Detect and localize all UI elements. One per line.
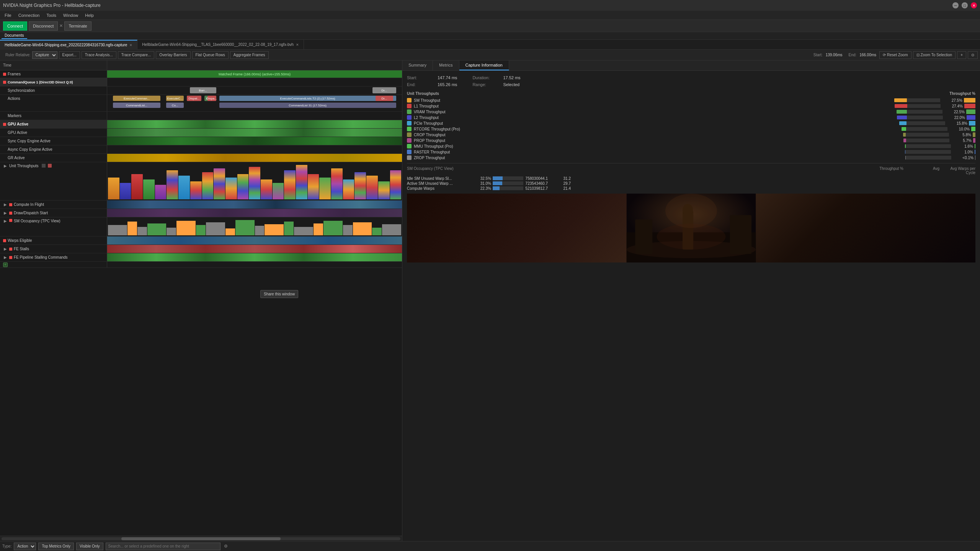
- sync-content[interactable]: Barr... Dr...: [107, 86, 402, 95]
- ruler-mode-select[interactable]: Capture: [32, 51, 57, 59]
- sm-throughput-col: Throughput %: [877, 166, 903, 175]
- top-metrics-button[interactable]: Top Metrics Only: [38, 543, 74, 550]
- menu-file[interactable]: File: [2, 12, 15, 18]
- command-queue-label: CommandQueue 1 (Direct3D Direct Q:0): [0, 78, 107, 86]
- flat-queue-rows-button[interactable]: Flat Queue Rows: [192, 51, 229, 59]
- ut-name-9: RASTER Throughput: [414, 150, 902, 154]
- scroll-track[interactable]: [2, 537, 400, 540]
- markers-content[interactable]: [107, 112, 402, 120]
- gr-active-content[interactable]: [107, 154, 402, 162]
- aggregate-frames-button[interactable]: Aggregate Frames: [230, 51, 269, 59]
- async-copy-label: Async Copy Engine Active: [0, 145, 107, 153]
- fe-stalls-indicator: [9, 248, 12, 251]
- pin-icon[interactable]: [42, 164, 46, 168]
- maximize-button[interactable]: □: [962, 2, 968, 8]
- sm-name-2: Compute Warps: [407, 186, 468, 191]
- menu-tools[interactable]: Tools: [43, 12, 59, 18]
- ut-name-7: PROP Throughput: [414, 139, 900, 143]
- sm-occupancy-content[interactable]: [107, 217, 402, 236]
- markers-row: Markers: [0, 112, 402, 120]
- title-bar: NVIDIA Nsight Graphics Pro - Hellblade-c…: [0, 0, 980, 11]
- sm-section-title: SM Occupancy (TPC View): [407, 166, 875, 175]
- expand-icon[interactable]: ▶: [3, 164, 8, 168]
- frames-row: Frames Matched Frame (166.00ms) (active=…: [0, 70, 402, 78]
- connect-button[interactable]: Connect: [3, 21, 27, 31]
- fe-pipeline-content[interactable]: [107, 253, 402, 261]
- ut-sparkbar-3: [967, 115, 975, 120]
- right-panel: Summary Metrics Capture Information Star…: [402, 60, 980, 541]
- overlay-barriers-button[interactable]: Overlay Barriers: [156, 51, 190, 59]
- ut-sparkbar-4: [969, 121, 975, 126]
- actions-content[interactable]: ExecuteComman... CommandList... ExecuteC…: [107, 95, 402, 111]
- metrics-tab[interactable]: Metrics: [433, 60, 459, 70]
- menu-help[interactable]: Help: [82, 12, 97, 18]
- visible-only-button[interactable]: Visible Only: [76, 543, 103, 550]
- secondary-toolbar: Ruler Relative: Capture Export... Trace …: [0, 50, 980, 60]
- ut-bar-2: [897, 110, 942, 114]
- trace-analysis-button[interactable]: Trace Analysis...: [82, 51, 116, 59]
- async-copy-content[interactable]: [107, 145, 402, 153]
- file-tab-1-close[interactable]: ✕: [129, 43, 132, 47]
- zoom-selection-button[interactable]: ⊡ Zoom To Selection: [913, 51, 956, 59]
- gpu-active-section-content[interactable]: [107, 120, 402, 128]
- capture-information-tab[interactable]: Capture Information: [459, 60, 509, 70]
- filter-icon[interactable]: ⚙: [223, 543, 229, 549]
- export-button[interactable]: Export...: [59, 51, 80, 59]
- sync-copy-content[interactable]: [107, 137, 402, 145]
- sm-awpc-1: 29.7: [548, 181, 571, 186]
- file-tab-2-label: HellbladeGame-Win64-Shipping__TLAS_1bee6…: [142, 42, 294, 47]
- bottom-toolbar: Type: Action Top Metrics Only Visible On…: [0, 541, 980, 551]
- reset-zoom-button[interactable]: ⟳ Reset Zoom: [879, 51, 911, 59]
- compute-flight-indicator: [9, 203, 12, 206]
- sm-avg-col: Avg: [905, 166, 939, 175]
- zoom-in-button[interactable]: +: [957, 51, 966, 59]
- gpu-active-content[interactable]: [107, 129, 402, 137]
- disconnect-button[interactable]: Disconnect: [29, 21, 58, 31]
- documents-tab[interactable]: Documents: [2, 33, 27, 39]
- ut-pct-3: 22.0%: [946, 116, 965, 120]
- menu-connection[interactable]: Connection: [15, 12, 43, 18]
- terminate-button[interactable]: Terminate: [64, 21, 91, 31]
- ut-bar-8: [905, 144, 951, 148]
- ut-name-1: L1 Throughput: [414, 104, 892, 108]
- draw-dispatch-content[interactable]: [107, 209, 402, 217]
- warps-eligible-content[interactable]: [107, 236, 402, 245]
- trace-compare-button[interactable]: Trace Compare...: [118, 51, 154, 59]
- type-select[interactable]: Action: [14, 543, 36, 550]
- ut-row-5: RTCORE Throughput (Pro) 10.0%: [407, 127, 975, 131]
- frames-content[interactable]: Matched Frame (166.00ms) (active=155.50m…: [107, 70, 402, 78]
- ut-pct-2: 22.5%: [946, 110, 965, 114]
- close-button[interactable]: ✕: [971, 2, 977, 8]
- markers-label: Markers: [0, 112, 107, 120]
- minimize-button[interactable]: ─: [952, 2, 959, 8]
- gpu-active-section-label: GPU Active: [0, 120, 107, 128]
- gr-active-label: GR Active: [0, 154, 107, 162]
- compute-flight-content[interactable]: [107, 201, 402, 209]
- file-tab-2-close[interactable]: ✕: [296, 43, 299, 47]
- command-queue-content[interactable]: [107, 78, 402, 86]
- close-small-icon[interactable]: [48, 164, 52, 168]
- fe-pipeline-row: ▶ FE Pipeline Stalling Commands: [0, 253, 402, 262]
- menu-window[interactable]: Window: [60, 12, 81, 18]
- search-input[interactable]: [106, 543, 220, 550]
- sm-pct-0: 32.5%: [468, 176, 491, 181]
- actions-row: Actions ExecuteComman... CommandList... …: [0, 95, 402, 112]
- timeline-scrollbar[interactable]: [0, 536, 402, 541]
- unit-throughputs-content[interactable]: [107, 162, 402, 200]
- add-row-button[interactable]: +: [3, 262, 8, 267]
- actions-label: Actions: [0, 95, 107, 111]
- ut-name-8: MMU Throughput (Pro): [414, 144, 902, 148]
- ruler-label: Ruler Relative:: [5, 53, 31, 57]
- scroll-thumb[interactable]: [121, 537, 281, 540]
- compute-flight-row: ▶ Compute In Flight: [0, 201, 402, 209]
- file-tab-2[interactable]: HellbladeGame-Win64-Shipping__TLAS_1bee6…: [137, 40, 304, 50]
- fe-pipeline-label: ▶ FE Pipeline Stalling Commands: [0, 253, 107, 261]
- fe-stalls-content[interactable]: [107, 245, 402, 253]
- summary-tab[interactable]: Summary: [402, 60, 433, 70]
- range-label: Range:: [472, 82, 503, 87]
- ut-pct-6: 5.8%: [952, 133, 971, 137]
- zoom-out-button[interactable]: ⊙: [968, 51, 978, 59]
- file-tab-1[interactable]: HellbladeGame-Win64-Shipping.exe_2022022…: [0, 40, 137, 50]
- ut-color-1: [407, 104, 412, 108]
- sm-awpc-col: Avg Warps per Cycle: [941, 166, 975, 175]
